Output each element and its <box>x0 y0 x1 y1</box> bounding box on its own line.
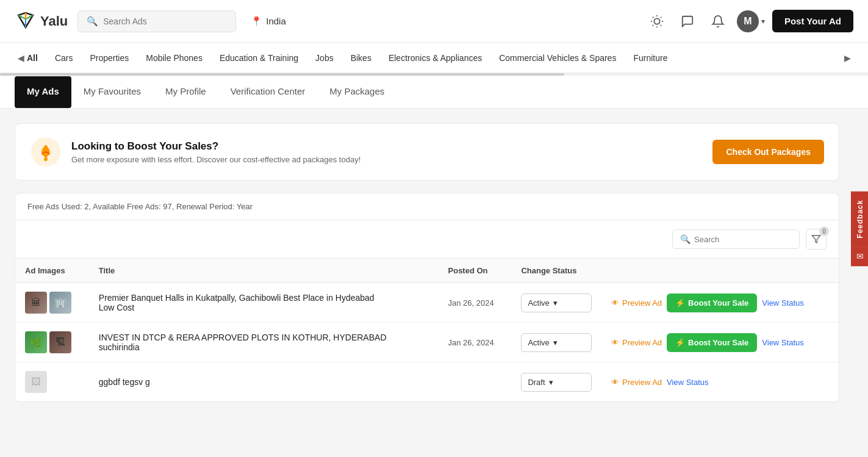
eye-icon: 👁 <box>611 298 619 308</box>
category-education[interactable]: Education & Training <box>220 51 298 65</box>
ad-status-cell: Draft ▾ <box>511 362 601 402</box>
boost-title: Looking to Boost Your Sales? <box>71 140 703 153</box>
logo[interactable]: Yalu <box>15 10 68 32</box>
svg-line-7 <box>653 24 653 25</box>
status-dropdown[interactable]: Draft ▾ <box>521 373 592 392</box>
ad-images-cell: 🏛 🏢 <box>15 283 89 323</box>
col-actions <box>601 259 839 283</box>
category-bikes[interactable]: Bikes <box>351 51 371 65</box>
tabs: My Ads My Favourites My Profile Verifica… <box>0 76 868 109</box>
ads-table: Ad Images Title Posted On Change Status … <box>15 258 839 401</box>
ad-image: 🖼 <box>25 371 47 393</box>
search-bar[interactable]: 🔍 <box>77 10 236 32</box>
preview-ad-button[interactable]: 👁 Preview Ad <box>611 338 662 347</box>
category-all[interactable]: All <box>27 51 38 65</box>
theme-toggle-button[interactable] <box>645 10 669 33</box>
lightning-icon: ⚡ <box>675 338 685 347</box>
ad-date: Jan 26, 2024 <box>448 298 494 308</box>
category-electronics[interactable]: Electronics & Appliances <box>389 51 482 65</box>
chevron-down-icon: ▾ <box>761 17 765 26</box>
ad-images: 🌿 🏗 <box>25 331 79 353</box>
boost-sale-button[interactable]: ⚡ Boost Your Sale <box>667 333 757 352</box>
search-input[interactable] <box>103 16 227 26</box>
preview-ad-button[interactable]: 👁 Preview Ad <box>611 378 662 387</box>
tab-my-favourites[interactable]: My Favourites <box>71 76 153 108</box>
category-commercial[interactable]: Commercial Vehicles & Spares <box>499 51 616 65</box>
filter-button[interactable]: 0 <box>806 229 827 250</box>
status-value: Draft <box>528 378 545 387</box>
ad-date-cell: Jan 26, 2024 <box>439 283 512 323</box>
boost-sale-button[interactable]: ⚡ Boost Your Sale <box>667 293 757 312</box>
ad-images-cell: 🖼 <box>15 362 89 402</box>
user-menu-button[interactable]: M ▾ <box>737 10 765 32</box>
ad-actions-cell: 👁 Preview Ad ⚡ Boost Your Sale View Stat… <box>601 283 839 323</box>
ad-image: 🌿 <box>25 331 47 353</box>
ad-status-cell: Active ▾ <box>511 283 601 323</box>
table-toolbar: 🔍 0 <box>15 220 839 258</box>
svg-line-8 <box>661 16 661 17</box>
boost-description: Get more exposure with less effort. Disc… <box>71 155 703 164</box>
col-title: Title <box>89 259 439 283</box>
post-ad-button[interactable]: Post Your Ad <box>772 10 853 32</box>
col-posted-on: Posted On <box>439 259 512 283</box>
view-status-button[interactable]: View Status <box>667 378 708 387</box>
scroll-right-arrow[interactable]: ▶ <box>841 52 853 64</box>
svg-point-10 <box>44 157 48 161</box>
location-icon: 📍 <box>251 16 262 27</box>
status-dropdown[interactable]: Active ▾ <box>521 293 592 312</box>
action-buttons: 👁 Preview Ad ⚡ Boost Your Sale View Stat… <box>611 293 829 312</box>
free-ads-info: Free Ads Used: 2, Available Free Ads: 97… <box>15 193 839 220</box>
preview-ad-button[interactable]: 👁 Preview Ad <box>611 298 662 308</box>
ad-title: Premier Banquet Halls in Kukatpally, Gac… <box>99 293 392 312</box>
svg-line-3 <box>653 16 653 17</box>
view-status-button[interactable]: View Status <box>762 338 803 347</box>
tab-my-profile[interactable]: My Profile <box>153 76 218 108</box>
check-packages-button[interactable]: Check Out Packages <box>712 140 824 164</box>
tab-my-ads[interactable]: My Ads <box>15 76 71 108</box>
ad-actions-cell: 👁 Preview Ad View Status <box>601 362 839 402</box>
feedback-mail-button[interactable]: ✉ <box>851 246 868 266</box>
action-buttons: 👁 Preview Ad View Status <box>611 378 829 387</box>
tab-verification-center[interactable]: Verification Center <box>218 76 318 108</box>
category-cars[interactable]: Cars <box>55 51 73 65</box>
status-dropdown[interactable]: Active ▾ <box>521 333 592 352</box>
notification-button[interactable] <box>706 10 730 33</box>
ad-title-cell: ggbdf tegsv g <box>89 362 439 402</box>
category-mobile-phones[interactable]: Mobile Phones <box>146 51 203 65</box>
category-jobs[interactable]: Jobs <box>315 51 334 65</box>
view-status-button[interactable]: View Status <box>762 298 803 308</box>
feedback-tab[interactable]: Feedback <box>851 191 868 246</box>
table-search-bar[interactable]: 🔍 <box>672 229 800 249</box>
category-furniture[interactable]: Furniture <box>633 51 667 65</box>
scroll-left-arrow[interactable]: ◀ <box>15 52 27 64</box>
header-actions: M ▾ Post Your Ad <box>645 10 853 33</box>
tab-my-packages[interactable]: My Packages <box>317 76 396 108</box>
table-row: 🌿 🏗 INVEST IN DTCP & RERA APPROVED PLOTS… <box>15 323 839 362</box>
status-value: Active <box>528 298 549 308</box>
category-properties[interactable]: Properties <box>90 51 129 65</box>
category-nav-inner: All Cars Properties Mobile Phones Educat… <box>27 51 841 65</box>
ad-image: 🏗 <box>49 331 71 353</box>
ad-title: INVEST IN DTCP & RERA APPROVED PLOTS IN … <box>99 333 392 352</box>
chevron-down-icon: ▾ <box>553 338 558 347</box>
eye-icon: 👁 <box>611 338 619 347</box>
location-button[interactable]: 📍 India <box>246 13 291 29</box>
chevron-down-icon: ▾ <box>553 298 558 308</box>
header: Yalu 🔍 📍 India <box>0 0 868 43</box>
ad-image: 🏢 <box>49 292 71 314</box>
boost-banner: Looking to Boost Your Sales? Get more ex… <box>15 123 839 181</box>
avatar: M <box>737 10 759 32</box>
col-change-status: Change Status <box>511 259 601 283</box>
filter-icon <box>811 234 821 244</box>
eye-icon: 👁 <box>611 378 619 387</box>
search-icon: 🔍 <box>87 16 98 27</box>
search-icon: 🔍 <box>680 234 690 244</box>
feedback-sidebar: Feedback ✉ <box>851 191 868 266</box>
chat-button[interactable] <box>676 10 699 33</box>
sun-icon <box>650 15 664 28</box>
ad-actions-cell: 👁 Preview Ad ⚡ Boost Your Sale View Stat… <box>601 323 839 362</box>
ad-image: 🏛 <box>25 292 47 314</box>
table-search-input[interactable] <box>694 235 792 244</box>
ad-date-cell: Jan 26, 2024 <box>439 323 512 362</box>
main-content: Looking to Boost Your Sales? Get more ex… <box>0 109 854 417</box>
